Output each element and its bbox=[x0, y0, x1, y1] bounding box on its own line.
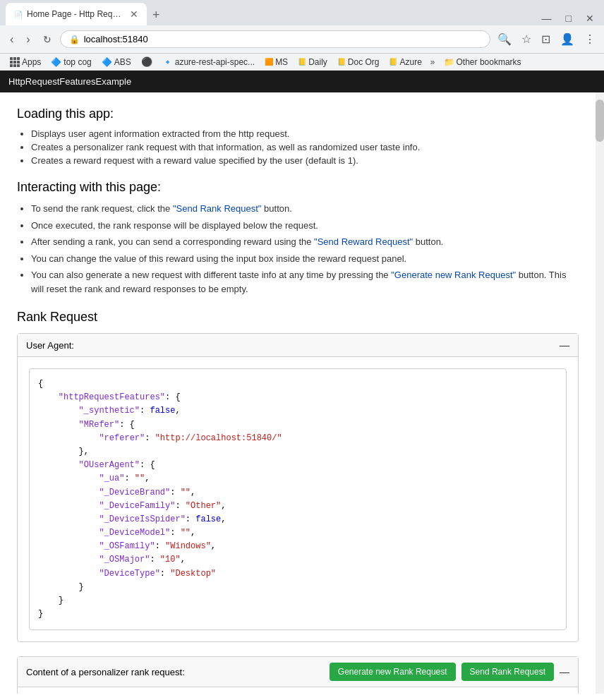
loading-section: Loading this app: Displays user agent in… bbox=[17, 107, 579, 166]
user-agent-minimize-button[interactable]: — bbox=[560, 339, 569, 351]
new-tab-button[interactable]: + bbox=[147, 5, 166, 25]
page-title-bar: HttpRequestFeaturesExample bbox=[0, 71, 604, 92]
daily-favicon: 📒 bbox=[298, 58, 306, 66]
interacting-bullet-4: You can change the value of this reward … bbox=[31, 252, 579, 266]
browser-toolbar: ‹ › ↻ 🔒 🔍 ☆ ⊡ 👤 ⋮ bbox=[0, 25, 604, 54]
bookmark-doc-org-label: Doc Org bbox=[348, 57, 380, 67]
user-agent-card: User Agent: — { "httpRequestFeatures": {… bbox=[17, 333, 579, 642]
loading-bullets: Displays user agent information extracte… bbox=[31, 128, 579, 166]
bookmark-abs[interactable]: 🔷 ABS bbox=[97, 56, 135, 68]
profile-icon[interactable]: 👤 bbox=[557, 30, 577, 49]
back-button[interactable]: ‹ bbox=[6, 30, 18, 49]
send-rank-request-button[interactable]: Send Rank Request bbox=[461, 663, 554, 681]
other-folder-icon: 📁 bbox=[444, 57, 454, 67]
active-tab[interactable]: 📄 Home Page - Http Request Featu... ✕ bbox=[6, 3, 147, 25]
bookmarks-bar: Apps 🔷 top cog 🔷 ABS ⚫ 🔹 azure-rest-api-… bbox=[0, 54, 604, 71]
lock-icon: 🔒 bbox=[69, 35, 80, 44]
bookmark-azure-rest-label: azure-rest-api-spec... bbox=[175, 57, 255, 67]
abs-favicon: 🔷 bbox=[102, 57, 112, 67]
bookmark-apps-label: Apps bbox=[22, 57, 41, 67]
interacting-heading: Interacting with this page: bbox=[17, 180, 579, 195]
card-header-actions: Generate new Rank Request Send Rank Requ… bbox=[330, 663, 569, 681]
interacting-bullet-2: Once executed, the rank response will be… bbox=[31, 219, 579, 233]
close-button[interactable]: ✕ bbox=[581, 11, 598, 25]
user-agent-label: User Agent: bbox=[26, 340, 74, 351]
loading-heading: Loading this app: bbox=[17, 107, 579, 121]
bookmark-apps[interactable]: Apps bbox=[6, 56, 45, 68]
loading-bullet-3: Creates a reward request with a reward v… bbox=[31, 155, 579, 166]
tab-title: Home Page - Http Request Featu... bbox=[27, 9, 126, 19]
address-bar[interactable]: 🔒 bbox=[60, 30, 490, 48]
highlight-send-reward: "Send Reward Request" bbox=[314, 236, 413, 247]
interacting-bullets: To send the rank request, click the "Sen… bbox=[31, 202, 579, 296]
page-content: Loading this app: Displays user agent in… bbox=[0, 92, 596, 694]
minimize-button[interactable]: — bbox=[538, 11, 556, 25]
user-agent-card-body: { "httpRequestFeatures": { "_synthetic":… bbox=[18, 357, 578, 641]
personalizer-minimize-button[interactable]: — bbox=[560, 666, 569, 677]
interacting-bullet-1: To send the rank request, click the "Sen… bbox=[31, 202, 579, 216]
personalizer-rank-card-header: Content of a personalizer rank request: … bbox=[18, 657, 578, 687]
toolbar-icons: 🔍 ☆ ⊡ 👤 ⋮ bbox=[495, 30, 598, 49]
address-input[interactable] bbox=[84, 34, 481, 44]
doc-org-favicon: 📒 bbox=[337, 58, 346, 66]
bookmark-daily[interactable]: 📒 Daily bbox=[294, 56, 332, 68]
bookmark-other[interactable]: 📁 Other bookmarks bbox=[440, 56, 526, 68]
user-agent-card-header: User Agent: — bbox=[18, 334, 578, 357]
bookmark-topcog-label: top cog bbox=[64, 57, 91, 67]
interacting-bullet-5: You can also generate a new request with… bbox=[31, 268, 579, 296]
scrollbar[interactable] bbox=[596, 92, 604, 694]
bookmark-topcog[interactable]: 🔷 top cog bbox=[47, 56, 95, 68]
highlight-send-rank: "Send Rank Request" bbox=[173, 203, 262, 214]
page-title: HttpRequestFeaturesExample bbox=[8, 76, 131, 87]
topcog-favicon: 🔷 bbox=[51, 57, 61, 67]
interacting-section: Interacting with this page: To send the … bbox=[17, 180, 579, 296]
ms-favicon: 🟧 bbox=[265, 58, 273, 66]
personalizer-rank-card-body: { "contextFeatures": [ { "time": "night"… bbox=[18, 687, 578, 694]
bookmark-github[interactable]: ⚫ bbox=[137, 55, 157, 68]
bookmark-azure-label: Azure bbox=[399, 57, 421, 67]
bookmark-doc-org[interactable]: 📒 Doc Org bbox=[333, 56, 384, 68]
bookmark-daily-label: Daily bbox=[308, 57, 327, 67]
bookmark-other-label: Other bookmarks bbox=[457, 57, 521, 67]
search-icon[interactable]: 🔍 bbox=[495, 30, 514, 49]
more-bookmarks-button[interactable]: » bbox=[428, 56, 438, 68]
bookmark-azure-rest[interactable]: 🔹 azure-rest-api-spec... bbox=[158, 56, 259, 68]
interacting-bullet-3: After sending a rank, you can send a cor… bbox=[31, 235, 579, 249]
window-controls: — □ ✕ bbox=[538, 11, 598, 25]
user-agent-json: { "httpRequestFeatures": { "_synthetic":… bbox=[29, 368, 567, 630]
tab-favicon: 📄 bbox=[14, 11, 23, 18]
extensions-icon[interactable]: ⊡ bbox=[538, 30, 553, 49]
personalizer-rank-card: Content of a personalizer rank request: … bbox=[17, 656, 579, 694]
highlight-generate: "Generate new Rank Request" bbox=[391, 270, 516, 280]
title-bar: 📄 Home Page - Http Request Featu... ✕ + … bbox=[0, 0, 604, 25]
apps-icon bbox=[10, 57, 20, 67]
bookmark-abs-label: ABS bbox=[114, 57, 131, 67]
bookmark-ms-label: MS bbox=[275, 57, 288, 67]
azure-favicon: 📒 bbox=[389, 58, 397, 66]
bookmark-azure[interactable]: 📒 Azure bbox=[385, 56, 425, 68]
rank-request-heading: Rank Request bbox=[17, 310, 579, 325]
menu-icon[interactable]: ⋮ bbox=[581, 30, 598, 49]
page-container: Loading this app: Displays user agent in… bbox=[0, 92, 604, 694]
azure-rest-favicon: 🔹 bbox=[162, 57, 173, 67]
refresh-button[interactable]: ↻ bbox=[39, 31, 56, 48]
github-icon: ⚫ bbox=[141, 56, 152, 67]
loading-bullet-1: Displays user agent information extracte… bbox=[31, 128, 579, 139]
tab-close-button[interactable]: ✕ bbox=[130, 8, 138, 20]
forward-button[interactable]: › bbox=[22, 30, 34, 49]
maximize-button[interactable]: □ bbox=[562, 11, 576, 25]
generate-rank-request-button[interactable]: Generate new Rank Request bbox=[330, 663, 456, 681]
personalizer-rank-label: Content of a personalizer rank request: bbox=[26, 667, 185, 677]
bookmark-star-icon[interactable]: ☆ bbox=[519, 30, 534, 49]
loading-bullet-2: Creates a personalizer rank request with… bbox=[31, 142, 579, 152]
scrollbar-thumb[interactable] bbox=[596, 99, 604, 142]
bookmark-ms[interactable]: 🟧 MS bbox=[260, 56, 292, 68]
